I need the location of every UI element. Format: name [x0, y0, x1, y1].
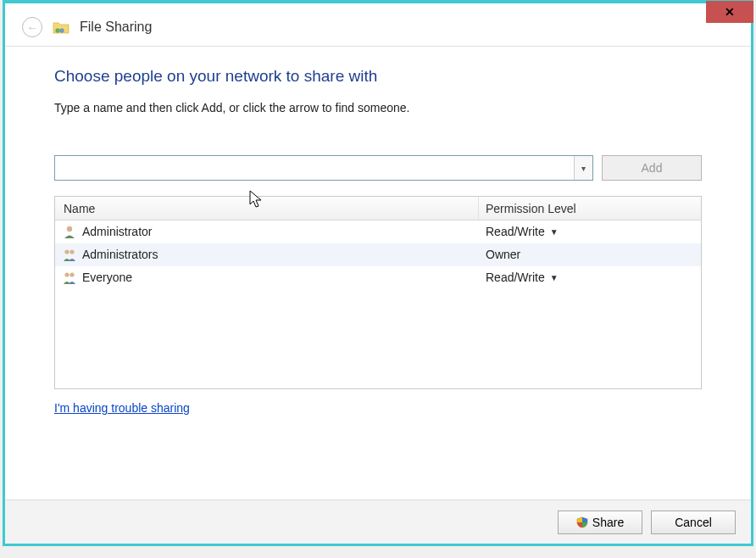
svg-point-0: [56, 29, 60, 33]
group-icon: [62, 247, 77, 262]
svg-point-2: [67, 226, 72, 232]
window-header: ← File Sharing: [5, 3, 751, 47]
chevron-down-icon: ▼: [550, 227, 559, 237]
table-header: Name Permission Level: [55, 197, 701, 220]
arrow-left-icon: ←: [27, 21, 38, 34]
column-header-name[interactable]: Name: [55, 197, 479, 220]
cell-permission[interactable]: Owner: [479, 248, 701, 261]
group-icon: [62, 270, 77, 285]
table-body: Administrator Read/Write ▼ Administrator…: [55, 220, 701, 289]
svg-point-3: [64, 249, 69, 254]
add-button[interactable]: Add: [602, 155, 702, 181]
svg-point-1: [60, 29, 64, 33]
cell-name: Administrators: [55, 247, 479, 262]
column-header-permission[interactable]: Permission Level: [479, 202, 701, 215]
file-sharing-window: ✕ ← File Sharing Choose people on your n…: [3, 0, 753, 546]
cell-name: Everyone: [55, 270, 479, 285]
chevron-down-icon: ▼: [550, 273, 559, 282]
cell-permission[interactable]: Read/Write ▼: [479, 225, 701, 238]
svg-point-4: [69, 249, 74, 254]
instruction-text: Type a name and then click Add, or click…: [54, 101, 702, 114]
row-permission: Read/Write: [486, 225, 545, 238]
page-heading: Choose people on your network to share w…: [54, 67, 702, 86]
table-row[interactable]: Administrator Read/Write ▼: [55, 220, 701, 243]
content-area: Choose people on your network to share w…: [5, 47, 751, 415]
name-combobox[interactable]: ▾: [54, 155, 593, 181]
permissions-table: Name Permission Level Administrator Read…: [54, 196, 702, 389]
window-close-button[interactable]: ✕: [706, 1, 753, 23]
row-permission: Read/Write: [486, 271, 545, 284]
name-input[interactable]: [55, 156, 574, 180]
row-name: Everyone: [82, 271, 132, 284]
cell-name: Administrator: [55, 224, 479, 239]
row-name: Administrator: [82, 225, 152, 238]
folder-share-icon: [53, 20, 69, 35]
cell-permission[interactable]: Read/Write ▼: [479, 271, 701, 284]
svg-point-5: [64, 272, 69, 276]
share-button[interactable]: Share: [558, 511, 642, 534]
dialog-footer: Share Cancel: [5, 499, 751, 544]
uac-shield-icon: [576, 516, 588, 528]
close-icon: ✕: [725, 5, 735, 19]
table-row[interactable]: Administrators Owner: [55, 243, 701, 266]
row-name: Administrators: [82, 248, 158, 261]
trouble-sharing-link[interactable]: I'm having trouble sharing: [54, 401, 190, 415]
svg-point-6: [69, 272, 74, 276]
cancel-button[interactable]: Cancel: [651, 511, 736, 534]
share-button-label: Share: [592, 516, 624, 529]
user-icon: [62, 224, 77, 239]
chevron-down-icon: ▾: [581, 164, 586, 173]
table-row[interactable]: Everyone Read/Write ▼: [55, 266, 701, 289]
combobox-dropdown-arrow[interactable]: ▾: [574, 156, 592, 180]
add-user-row: ▾ Add: [54, 155, 702, 181]
back-button[interactable]: ←: [22, 17, 42, 37]
row-permission: Owner: [486, 248, 520, 261]
cancel-button-label: Cancel: [675, 516, 712, 529]
window-title: File Sharing: [80, 20, 152, 35]
